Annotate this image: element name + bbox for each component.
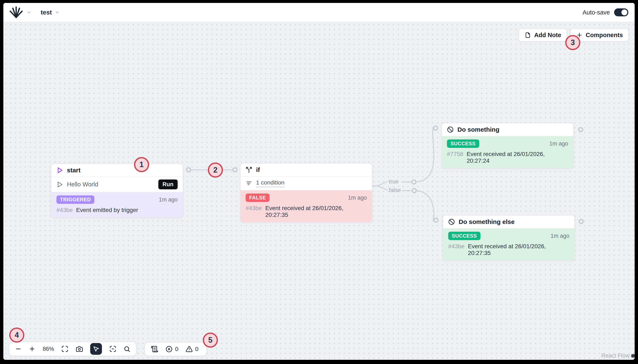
status-badge: FALSE	[246, 194, 270, 202]
node-start[interactable]: start Hello World Run TRIGGERED 1m ago #…	[51, 164, 183, 218]
edge-if-false-stub	[378, 186, 387, 190]
annotation-marker-5: 5	[203, 332, 218, 348]
warning-icon	[186, 346, 193, 353]
node-do-something-header: Do something	[442, 123, 573, 136]
annotation-marker-2: 2	[208, 162, 223, 178]
start-action-row: Hello World Run	[52, 176, 183, 192]
add-note-label: Add Note	[534, 32, 561, 38]
run-button[interactable]: Run	[158, 180, 178, 189]
app-window: test Auto-save	[3, 3, 635, 360]
noop-icon	[448, 218, 455, 225]
logs-toolbar: 0 0	[144, 342, 207, 356]
project-name: test	[41, 9, 52, 16]
event-text: Event emitted by trigger	[76, 207, 138, 214]
marker-number: 2	[213, 166, 218, 174]
node-start-header: start	[52, 164, 183, 176]
edge-true-curve	[416, 128, 434, 182]
autosave-label: Auto-save	[582, 9, 610, 16]
warning-count: 0	[195, 346, 198, 352]
attribution-text: React Flow	[601, 352, 630, 359]
run-time: 1m ago	[348, 194, 367, 201]
react-flow-attribution[interactable]: React Flow	[601, 352, 635, 359]
connection-handle[interactable]	[434, 126, 438, 130]
status-badge: TRIGGERED	[56, 196, 94, 204]
edge-if-true-stub	[372, 182, 387, 186]
canvas-controls-toolbar: 86%	[9, 342, 136, 356]
error-icon	[166, 346, 172, 353]
edge-false-curve	[416, 190, 434, 220]
annotation-marker-3: 3	[565, 35, 580, 50]
do-something-run-result: SUCCESS 1m ago #7758 Event received at 2…	[442, 136, 573, 168]
event-id: #43be	[448, 243, 464, 250]
workspace-chevron-icon	[26, 10, 32, 15]
zoom-level: 86%	[43, 346, 54, 352]
note-icon	[524, 32, 531, 38]
edge-label-false: false	[389, 187, 401, 194]
zoom-out-button[interactable]	[15, 346, 22, 352]
marker-number: 5	[208, 336, 212, 344]
run-time: 1m ago	[550, 233, 570, 239]
components-label: Components	[586, 32, 623, 38]
fit-view-button[interactable]	[61, 345, 68, 352]
connection-handle[interactable]	[579, 128, 583, 132]
annotation-marker-4: 4	[9, 328, 24, 342]
connection-handle[interactable]	[187, 168, 191, 172]
if-run-result: FALSE 1m ago #43be Event received at 26/…	[240, 190, 372, 222]
connection-handle[interactable]	[434, 218, 438, 222]
error-counter[interactable]: 0	[166, 346, 178, 353]
marker-number: 3	[571, 38, 575, 47]
flow-canvas[interactable]: true false start Hello World Run TRIGGER…	[3, 22, 635, 360]
autosave-toggle[interactable]	[614, 8, 628, 16]
event-text: Event received at 26/01/2026, 20:27:35	[265, 205, 367, 218]
node-if[interactable]: if 1 condition FALSE 1m ago #43be Event …	[240, 163, 372, 222]
select-tool-button[interactable]	[90, 343, 102, 355]
action-label: Hello World	[67, 181, 98, 188]
event-id: #43be	[56, 207, 73, 214]
if-condition-row: 1 condition	[240, 176, 372, 190]
app-logo-icon	[10, 6, 23, 18]
warning-counter[interactable]: 0	[186, 346, 198, 353]
annotation-marker-1: 1	[134, 157, 149, 172]
search-button[interactable]	[124, 346, 130, 352]
add-note-button[interactable]: Add Note	[519, 28, 567, 42]
toggle-knob	[622, 10, 627, 15]
focus-selection-button[interactable]	[109, 345, 116, 352]
event-id: #7758	[447, 151, 463, 158]
connection-handle[interactable]	[412, 180, 416, 184]
play-icon	[56, 181, 63, 188]
status-badge: SUCCESS	[448, 232, 480, 240]
node-title: Do something	[458, 126, 499, 133]
screenshot-button[interactable]	[76, 345, 83, 353]
condition-link[interactable]: 1 condition	[256, 179, 284, 187]
logs-button[interactable]	[151, 345, 158, 353]
status-badge: SUCCESS	[447, 140, 479, 148]
react-flow-logo-icon	[631, 354, 635, 358]
node-if-header: if	[240, 164, 372, 176]
run-time: 1m ago	[549, 140, 568, 147]
zoom-in-button[interactable]	[29, 346, 36, 352]
node-do-something[interactable]: Do something SUCCESS 1m ago #7758 Event …	[442, 123, 574, 168]
project-chevron-icon	[55, 10, 60, 15]
node-title: start	[67, 167, 80, 174]
event-text: Event received at 26/01/2026, 20:27:35	[468, 243, 570, 256]
node-title: if	[256, 166, 260, 174]
marker-number: 4	[15, 331, 19, 340]
play-icon	[56, 167, 63, 174]
connection-handle[interactable]	[233, 168, 237, 172]
edge-label-true: true	[389, 178, 399, 185]
do-something-else-run-result: SUCCESS 1m ago #43be Event received at 2…	[443, 228, 574, 260]
autosave-control: Auto-save	[582, 8, 628, 16]
connection-handle[interactable]	[579, 220, 583, 224]
marker-number: 1	[140, 160, 144, 169]
connection-handle[interactable]	[412, 189, 416, 193]
run-time: 1m ago	[159, 196, 178, 203]
project-selector[interactable]: test	[41, 9, 60, 16]
noop-icon	[447, 126, 454, 133]
split-icon	[246, 166, 252, 173]
node-title: Do something else	[459, 218, 515, 226]
node-do-something-else-header: Do something else	[443, 216, 574, 228]
filter-icon	[246, 180, 252, 186]
topbar: test Auto-save	[3, 3, 635, 22]
node-do-something-else[interactable]: Do something else SUCCESS 1m ago #43be E…	[443, 215, 575, 261]
brand[interactable]	[10, 6, 32, 18]
